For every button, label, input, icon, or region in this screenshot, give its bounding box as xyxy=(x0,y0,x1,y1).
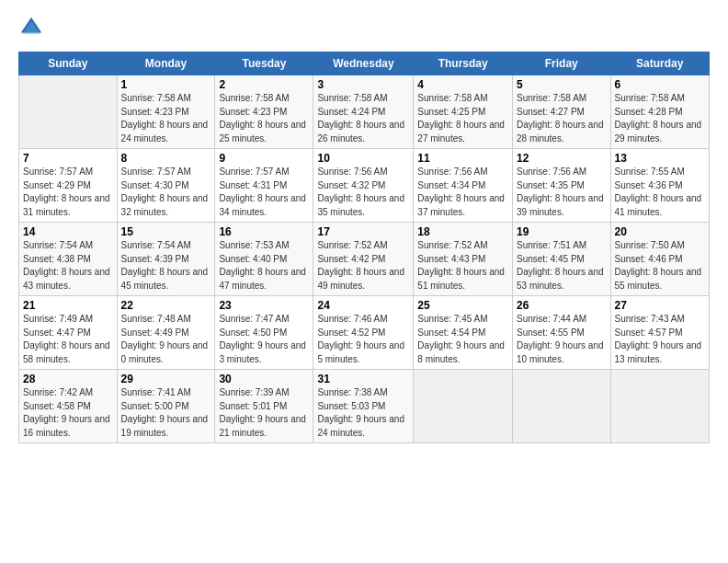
day-info: Sunrise: 7:49 AM Sunset: 4:47 PM Dayligh… xyxy=(23,313,113,366)
calendar-day-cell: 4 Sunrise: 7:58 AM Sunset: 4:25 PM Dayli… xyxy=(414,75,513,149)
day-number: 31 xyxy=(317,373,409,385)
calendar-table: SundayMondayTuesdayWednesdayThursdayFrid… xyxy=(18,52,710,443)
weekday-header: Thursday xyxy=(414,52,513,75)
day-info: Sunrise: 7:52 AM Sunset: 4:43 PM Dayligh… xyxy=(417,239,508,293)
weekday-header-row: SundayMondayTuesdayWednesdayThursdayFrid… xyxy=(19,52,710,75)
calendar-day-cell: 11 Sunrise: 7:56 AM Sunset: 4:34 PM Dayl… xyxy=(414,149,513,223)
day-info: Sunrise: 7:57 AM Sunset: 4:31 PM Dayligh… xyxy=(219,166,309,219)
day-info: Sunrise: 7:58 AM Sunset: 4:23 PM Dayligh… xyxy=(219,92,309,145)
calendar-day-cell: 21 Sunrise: 7:49 AM Sunset: 4:47 PM Dayl… xyxy=(19,296,118,370)
day-info: Sunrise: 7:54 AM Sunset: 4:39 PM Dayligh… xyxy=(121,239,211,293)
calendar-day-cell: 7 Sunrise: 7:57 AM Sunset: 4:29 PM Dayli… xyxy=(19,149,118,223)
calendar-day-cell: 25 Sunrise: 7:45 AM Sunset: 4:54 PM Dayl… xyxy=(414,296,513,370)
calendar-week-row: 1 Sunrise: 7:58 AM Sunset: 4:23 PM Dayli… xyxy=(19,75,710,149)
calendar-day-cell: 13 Sunrise: 7:55 AM Sunset: 4:36 PM Dayl… xyxy=(610,149,709,223)
day-number: 9 xyxy=(219,152,309,165)
day-info: Sunrise: 7:44 AM Sunset: 4:55 PM Dayligh… xyxy=(517,313,607,366)
weekday-header: Saturday xyxy=(610,52,709,75)
day-info: Sunrise: 7:39 AM Sunset: 5:01 PM Dayligh… xyxy=(219,386,309,440)
calendar-day-cell xyxy=(513,370,611,443)
weekday-header: Monday xyxy=(117,52,215,75)
calendar-week-row: 14 Sunrise: 7:54 AM Sunset: 4:38 PM Dayl… xyxy=(19,223,710,296)
calendar-day-cell: 8 Sunrise: 7:57 AM Sunset: 4:30 PM Dayli… xyxy=(117,149,215,223)
calendar-day-cell: 30 Sunrise: 7:39 AM Sunset: 5:01 PM Dayl… xyxy=(215,370,313,443)
calendar-day-cell: 23 Sunrise: 7:47 AM Sunset: 4:50 PM Dayl… xyxy=(215,296,313,370)
calendar-day-cell: 2 Sunrise: 7:58 AM Sunset: 4:23 PM Dayli… xyxy=(215,75,313,149)
day-info: Sunrise: 7:43 AM Sunset: 4:57 PM Dayligh… xyxy=(615,313,705,366)
day-number: 6 xyxy=(615,78,705,91)
day-number: 3 xyxy=(317,78,409,91)
day-number: 8 xyxy=(121,152,211,165)
day-info: Sunrise: 7:57 AM Sunset: 4:30 PM Dayligh… xyxy=(121,166,211,219)
calendar-day-cell: 12 Sunrise: 7:56 AM Sunset: 4:35 PM Dayl… xyxy=(513,149,611,223)
calendar-day-cell: 14 Sunrise: 7:54 AM Sunset: 4:38 PM Dayl… xyxy=(19,223,118,296)
day-info: Sunrise: 7:53 AM Sunset: 4:40 PM Dayligh… xyxy=(219,239,309,293)
day-number: 21 xyxy=(23,299,113,312)
day-info: Sunrise: 7:56 AM Sunset: 4:32 PM Dayligh… xyxy=(317,166,409,219)
day-info: Sunrise: 7:56 AM Sunset: 4:35 PM Dayligh… xyxy=(517,166,607,219)
calendar-day-cell: 1 Sunrise: 7:58 AM Sunset: 4:23 PM Dayli… xyxy=(117,75,215,149)
day-number: 27 xyxy=(615,299,705,312)
day-number: 30 xyxy=(219,373,309,385)
day-number: 1 xyxy=(121,78,211,91)
day-info: Sunrise: 7:38 AM Sunset: 5:03 PM Dayligh… xyxy=(317,386,409,440)
day-number: 18 xyxy=(417,225,508,238)
day-number: 5 xyxy=(517,78,607,91)
calendar-day-cell: 29 Sunrise: 7:41 AM Sunset: 5:00 PM Dayl… xyxy=(117,370,215,443)
day-info: Sunrise: 7:42 AM Sunset: 4:58 PM Dayligh… xyxy=(23,386,113,440)
calendar-day-cell: 6 Sunrise: 7:58 AM Sunset: 4:28 PM Dayli… xyxy=(610,75,709,149)
day-info: Sunrise: 7:55 AM Sunset: 4:36 PM Dayligh… xyxy=(615,166,705,219)
day-number: 14 xyxy=(23,225,113,238)
calendar-day-cell: 17 Sunrise: 7:52 AM Sunset: 4:42 PM Dayl… xyxy=(313,223,414,296)
day-number: 4 xyxy=(417,78,508,91)
calendar-day-cell: 27 Sunrise: 7:43 AM Sunset: 4:57 PM Dayl… xyxy=(610,296,709,370)
day-number: 12 xyxy=(517,152,607,165)
day-info: Sunrise: 7:57 AM Sunset: 4:29 PM Dayligh… xyxy=(23,166,113,219)
calendar-day-cell: 22 Sunrise: 7:48 AM Sunset: 4:49 PM Dayl… xyxy=(117,296,215,370)
calendar-day-cell: 26 Sunrise: 7:44 AM Sunset: 4:55 PM Dayl… xyxy=(513,296,611,370)
calendar-day-cell xyxy=(610,370,709,443)
day-number: 22 xyxy=(121,299,211,312)
day-info: Sunrise: 7:47 AM Sunset: 4:50 PM Dayligh… xyxy=(219,313,309,366)
calendar-day-cell: 18 Sunrise: 7:52 AM Sunset: 4:43 PM Dayl… xyxy=(414,223,513,296)
day-number: 25 xyxy=(417,299,508,312)
calendar-day-cell: 9 Sunrise: 7:57 AM Sunset: 4:31 PM Dayli… xyxy=(215,149,313,223)
weekday-header: Friday xyxy=(513,52,611,75)
day-number: 10 xyxy=(317,152,409,165)
day-info: Sunrise: 7:56 AM Sunset: 4:34 PM Dayligh… xyxy=(417,166,508,219)
day-number: 23 xyxy=(219,299,309,312)
calendar-day-cell: 20 Sunrise: 7:50 AM Sunset: 4:46 PM Dayl… xyxy=(610,223,709,296)
day-info: Sunrise: 7:45 AM Sunset: 4:54 PM Dayligh… xyxy=(417,313,508,366)
day-info: Sunrise: 7:58 AM Sunset: 4:28 PM Dayligh… xyxy=(615,92,705,145)
day-info: Sunrise: 7:58 AM Sunset: 4:23 PM Dayligh… xyxy=(121,92,211,145)
day-number: 26 xyxy=(517,299,607,312)
calendar-day-cell: 24 Sunrise: 7:46 AM Sunset: 4:52 PM Dayl… xyxy=(313,296,414,370)
calendar-week-row: 7 Sunrise: 7:57 AM Sunset: 4:29 PM Dayli… xyxy=(19,149,710,223)
calendar-day-cell: 28 Sunrise: 7:42 AM Sunset: 4:58 PM Dayl… xyxy=(19,370,118,443)
logo-icon xyxy=(18,15,44,40)
day-info: Sunrise: 7:54 AM Sunset: 4:38 PM Dayligh… xyxy=(23,239,113,293)
day-info: Sunrise: 7:58 AM Sunset: 4:25 PM Dayligh… xyxy=(417,92,508,145)
calendar-day-cell: 5 Sunrise: 7:58 AM Sunset: 4:27 PM Dayli… xyxy=(513,75,611,149)
calendar-day-cell xyxy=(19,75,118,149)
day-number: 2 xyxy=(219,78,309,91)
day-info: Sunrise: 7:50 AM Sunset: 4:46 PM Dayligh… xyxy=(615,239,705,293)
day-info: Sunrise: 7:41 AM Sunset: 5:00 PM Dayligh… xyxy=(121,386,211,440)
day-number: 16 xyxy=(219,225,309,238)
calendar-day-cell: 31 Sunrise: 7:38 AM Sunset: 5:03 PM Dayl… xyxy=(313,370,414,443)
day-number: 19 xyxy=(517,225,607,238)
calendar-day-cell: 3 Sunrise: 7:58 AM Sunset: 4:24 PM Dayli… xyxy=(313,75,414,149)
header xyxy=(18,15,710,40)
weekday-header: Sunday xyxy=(19,52,118,75)
day-number: 17 xyxy=(317,225,409,238)
day-number: 15 xyxy=(121,225,211,238)
day-number: 11 xyxy=(417,152,508,165)
calendar-day-cell: 15 Sunrise: 7:54 AM Sunset: 4:39 PM Dayl… xyxy=(117,223,215,296)
logo xyxy=(18,15,48,40)
weekday-header: Wednesday xyxy=(313,52,414,75)
calendar-day-cell: 16 Sunrise: 7:53 AM Sunset: 4:40 PM Dayl… xyxy=(215,223,313,296)
calendar-day-cell: 10 Sunrise: 7:56 AM Sunset: 4:32 PM Dayl… xyxy=(313,149,414,223)
day-number: 28 xyxy=(23,373,113,385)
day-number: 7 xyxy=(23,152,113,165)
calendar-day-cell: 19 Sunrise: 7:51 AM Sunset: 4:45 PM Dayl… xyxy=(513,223,611,296)
